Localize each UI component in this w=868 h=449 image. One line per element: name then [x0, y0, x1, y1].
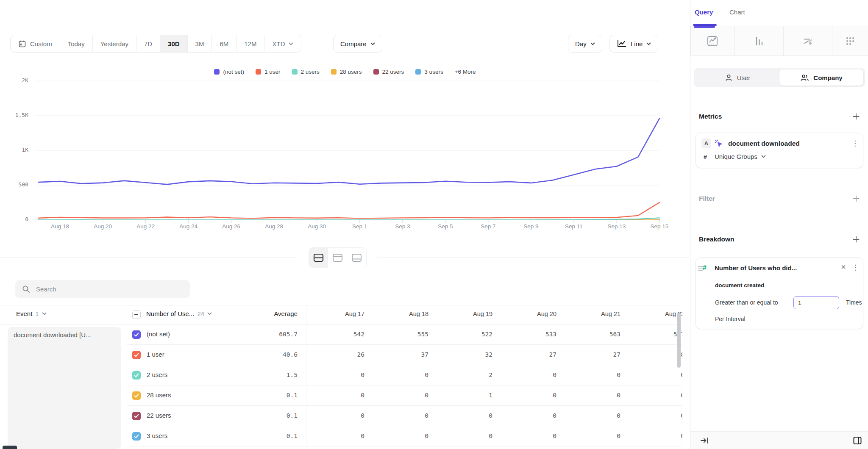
range-12m[interactable]: 12M	[236, 35, 264, 52]
query-panel: Query Chart	[690, 0, 868, 449]
row-checkbox[interactable]	[132, 432, 141, 441]
y-tick-label: 0	[0, 216, 28, 222]
row-value: 0	[625, 392, 682, 399]
chevron-down-icon	[42, 312, 47, 315]
drag-handle-icon[interactable]	[698, 266, 703, 272]
select-all-checkbox[interactable]	[132, 310, 141, 319]
range-yesterday[interactable]: Yesterday	[93, 35, 136, 52]
side-panel-icon[interactable]	[852, 435, 862, 446]
layout-chart-only-button[interactable]	[328, 248, 347, 268]
layout-split-button[interactable]	[309, 248, 328, 268]
chart-type-journeys[interactable]	[783, 26, 832, 55]
x-tick-label: Aug 24	[171, 223, 206, 230]
row-value: 563	[561, 331, 620, 338]
range-today[interactable]: Today	[60, 35, 93, 52]
row-value: 0	[305, 432, 364, 439]
x-tick-label: Sep 15	[642, 223, 677, 230]
divider	[127, 446, 682, 446]
event-column-header[interactable]: Event 1	[16, 310, 47, 317]
range-xtd[interactable]: XTD	[264, 35, 301, 52]
chart-type-segmentation[interactable]	[690, 26, 734, 55]
top-view-icon	[332, 253, 343, 262]
entity-toggle: User Company	[694, 68, 865, 87]
row-average: 0.1	[237, 412, 298, 419]
interval-dropdown[interactable]: Day	[568, 35, 602, 53]
metric-menu-icon[interactable]: ⋮	[851, 140, 859, 147]
row-checkbox[interactable]	[132, 371, 141, 380]
date-column-header: Aug 22	[625, 310, 682, 317]
check-icon	[134, 333, 139, 337]
range-7d[interactable]: 7D	[136, 35, 160, 52]
breakdown-column-header[interactable]: Number of Use... 24	[146, 310, 212, 317]
bottom-view-icon	[351, 253, 362, 262]
x-tick-label: Sep 5	[428, 223, 463, 230]
row-value: 0	[305, 412, 364, 419]
range-custom[interactable]: Custom	[11, 35, 60, 52]
breakdown-heading: Breakdown	[699, 236, 734, 243]
series-(not set)	[39, 119, 659, 185]
chart-type-more[interactable]	[832, 26, 868, 55]
row-value: 2	[433, 371, 492, 378]
row-checkbox[interactable]	[132, 412, 141, 420]
add-breakdown-icon[interactable]	[852, 235, 860, 244]
row-checkbox[interactable]	[132, 351, 141, 359]
compare-button[interactable]: Compare	[333, 35, 382, 53]
divider	[0, 258, 297, 258]
date-column-header: Aug 17	[305, 310, 364, 317]
row-value: 0	[433, 432, 492, 439]
x-tick-label: Aug 30	[299, 223, 335, 230]
row-label: 1 user	[147, 351, 164, 358]
breakdown-card[interactable]: # Number of Users who did... × ⋮ documen…	[696, 257, 863, 329]
row-average: 1.5	[237, 371, 298, 378]
x-tick-label: Sep 7	[470, 223, 506, 230]
tab-chart[interactable]: Chart	[729, 8, 745, 16]
row-label: 3 users	[147, 432, 167, 439]
panel-layout-toggle	[309, 247, 367, 268]
row-value: 522	[433, 331, 492, 338]
row-checkbox[interactable]	[132, 391, 141, 400]
row-checkbox[interactable]	[132, 330, 141, 339]
breakdown-title: Number of Users who did...	[715, 264, 797, 272]
row-label: 2 users	[147, 371, 167, 378]
search-input[interactable]	[36, 285, 172, 293]
date-column-header: Aug 20	[497, 310, 556, 317]
chevron-down-icon	[646, 42, 651, 45]
measure-dropdown[interactable]: Unique Groups	[715, 153, 766, 160]
chart-style-dropdown[interactable]: Line	[609, 35, 658, 53]
toggle-user[interactable]: User	[696, 69, 779, 86]
breakdown-menu-icon[interactable]: ⋮	[852, 264, 859, 271]
x-tick-label: Sep 11	[556, 223, 592, 230]
row-average: 40.6	[237, 351, 298, 358]
range-6m[interactable]: 6M	[212, 35, 236, 52]
chart-type-funnel[interactable]	[734, 26, 784, 55]
add-filter-icon[interactable]	[852, 194, 860, 203]
row-value: 27	[497, 351, 556, 358]
collapse-panel-icon[interactable]	[700, 436, 709, 445]
y-tick-label: 2K	[0, 77, 28, 83]
split-view-icon	[313, 253, 324, 262]
breakdown-per-interval: Per Interval	[715, 316, 746, 322]
row-value: 0	[369, 432, 428, 439]
breakdown-value-input[interactable]	[793, 296, 839, 309]
row-value: 32	[433, 351, 492, 358]
line-chart[interactable]	[0, 55, 690, 229]
toggle-company[interactable]: Company	[779, 69, 863, 86]
line-chart-frame-icon	[707, 36, 718, 47]
date-column-header: Aug 19	[433, 310, 492, 317]
table-scrollbar[interactable]	[677, 313, 681, 368]
event-click-icon	[714, 139, 723, 148]
row-value: 0	[497, 392, 556, 399]
row-value: 0	[625, 432, 682, 439]
range-3m[interactable]: 3M	[188, 35, 212, 52]
range-30d[interactable]: 30D	[160, 35, 188, 52]
row-value: 28	[625, 351, 682, 358]
metric-card[interactable]: A document downloaded ⋮ # Unique Groups	[696, 133, 863, 168]
check-icon	[134, 373, 139, 377]
row-value: 0	[369, 371, 428, 378]
close-icon[interactable]: ×	[841, 263, 846, 271]
add-metric-icon[interactable]	[852, 112, 860, 121]
breakdown-event: document created	[715, 282, 764, 288]
row-value: 542	[305, 331, 364, 338]
tab-query[interactable]: Query	[695, 8, 713, 16]
layout-table-only-button[interactable]	[347, 248, 366, 268]
